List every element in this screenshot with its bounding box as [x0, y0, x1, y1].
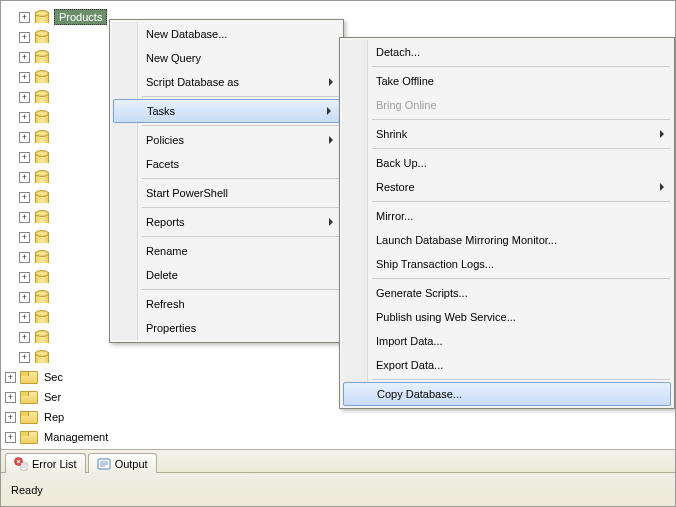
- tab-error-list[interactable]: Error List: [5, 453, 86, 473]
- menu-item-label: Launch Database Mirroring Monitor...: [376, 234, 557, 246]
- database-icon: [34, 270, 50, 284]
- output-icon: [97, 457, 111, 471]
- database-icon: [34, 250, 50, 264]
- database-icon: [34, 330, 50, 344]
- expand-icon[interactable]: [19, 192, 30, 203]
- status-bar: Ready: [1, 473, 675, 506]
- database-icon: [34, 170, 50, 184]
- context-menu-database: New Database...New QueryScript Database …: [109, 19, 344, 343]
- tree-item-label: Products: [54, 9, 107, 25]
- menu-item-new-query[interactable]: New Query: [112, 46, 341, 70]
- expand-icon[interactable]: [19, 172, 30, 183]
- expand-icon[interactable]: [19, 152, 30, 163]
- tree-item-folder[interactable]: Management: [5, 427, 675, 447]
- database-icon: [34, 290, 50, 304]
- expand-icon[interactable]: [19, 12, 30, 23]
- chevron-right-icon: [329, 218, 333, 226]
- expand-icon[interactable]: [19, 272, 30, 283]
- expand-icon[interactable]: [19, 52, 30, 63]
- expand-icon[interactable]: [19, 132, 30, 143]
- menu-separator: [142, 289, 339, 290]
- menu-item-restore[interactable]: Restore: [342, 175, 672, 199]
- menu-item-facets[interactable]: Facets: [112, 152, 341, 176]
- expand-icon[interactable]: [5, 372, 16, 383]
- database-icon: [34, 70, 50, 84]
- menu-item-delete[interactable]: Delete: [112, 263, 341, 287]
- menu-item-rename[interactable]: Rename: [112, 239, 341, 263]
- bottom-tabs-bar: Error List Output: [1, 449, 675, 473]
- expand-icon[interactable]: [19, 332, 30, 343]
- expand-icon[interactable]: [19, 92, 30, 103]
- expand-icon[interactable]: [19, 352, 30, 363]
- database-icon: [34, 350, 50, 364]
- menu-item-label: Shrink: [376, 128, 407, 140]
- chevron-right-icon: [329, 78, 333, 86]
- menu-item-new-database[interactable]: New Database...: [112, 22, 341, 46]
- menu-item-label: Properties: [146, 322, 196, 334]
- menu-item-copy-database[interactable]: Copy Database...: [343, 382, 671, 406]
- menu-item-policies[interactable]: Policies: [112, 128, 341, 152]
- menu-separator: [142, 236, 339, 237]
- menu-item-start-powershell[interactable]: Start PowerShell: [112, 181, 341, 205]
- menu-separator: [142, 178, 339, 179]
- menu-item-label: Mirror...: [376, 210, 413, 222]
- expand-icon[interactable]: [19, 112, 30, 123]
- menu-item-label: New Query: [146, 52, 201, 64]
- expand-icon[interactable]: [19, 72, 30, 83]
- menu-item-tasks[interactable]: Tasks: [113, 99, 340, 123]
- database-icon: [34, 10, 50, 24]
- menu-item-reports[interactable]: Reports: [112, 210, 341, 234]
- menu-item-properties[interactable]: Properties: [112, 316, 341, 340]
- menu-item-label: Facets: [146, 158, 179, 170]
- expand-icon[interactable]: [19, 212, 30, 223]
- expand-icon[interactable]: [19, 292, 30, 303]
- database-icon: [34, 190, 50, 204]
- tab-output[interactable]: Output: [88, 453, 157, 473]
- menu-item-ship-transaction-logs[interactable]: Ship Transaction Logs...: [342, 252, 672, 276]
- menu-item-label: Bring Online: [376, 99, 437, 111]
- chevron-right-icon: [660, 130, 664, 138]
- expand-icon[interactable]: [5, 392, 16, 403]
- expand-icon[interactable]: [19, 252, 30, 263]
- database-icon: [34, 130, 50, 144]
- status-text: Ready: [11, 484, 43, 496]
- menu-item-export-data[interactable]: Export Data...: [342, 353, 672, 377]
- menu-item-generate-scripts[interactable]: Generate Scripts...: [342, 281, 672, 305]
- expand-icon[interactable]: [19, 312, 30, 323]
- menu-item-mirror[interactable]: Mirror...: [342, 204, 672, 228]
- menu-item-label: Detach...: [376, 46, 420, 58]
- expand-icon[interactable]: [5, 412, 16, 423]
- menu-separator: [372, 119, 670, 120]
- menu-separator: [372, 201, 670, 202]
- menu-item-script-database-as[interactable]: Script Database as: [112, 70, 341, 94]
- menu-item-back-up[interactable]: Back Up...: [342, 151, 672, 175]
- menu-item-label: Generate Scripts...: [376, 287, 468, 299]
- menu-item-import-data[interactable]: Import Data...: [342, 329, 672, 353]
- tree-item-folder[interactable]: Rep: [5, 407, 675, 427]
- expand-icon[interactable]: [5, 432, 16, 443]
- expand-icon[interactable]: [19, 32, 30, 43]
- tab-label: Error List: [32, 458, 77, 470]
- database-icon: [34, 230, 50, 244]
- chevron-right-icon: [329, 136, 333, 144]
- database-icon: [34, 110, 50, 124]
- database-icon: [34, 150, 50, 164]
- menu-item-label: Tasks: [147, 105, 175, 117]
- menu-item-publish-using-web-service[interactable]: Publish using Web Service...: [342, 305, 672, 329]
- menu-item-label: Reports: [146, 216, 185, 228]
- expand-icon[interactable]: [19, 232, 30, 243]
- menu-item-shrink[interactable]: Shrink: [342, 122, 672, 146]
- submenu-tasks: Detach...Take OfflineBring OnlineShrinkB…: [339, 37, 675, 409]
- menu-item-label: Publish using Web Service...: [376, 311, 516, 323]
- menu-item-take-offline[interactable]: Take Offline: [342, 69, 672, 93]
- database-icon: [34, 310, 50, 324]
- menu-item-launch-database-mirroring-monitor[interactable]: Launch Database Mirroring Monitor...: [342, 228, 672, 252]
- chevron-right-icon: [327, 107, 331, 115]
- folder-icon: [20, 431, 36, 444]
- menu-item-label: Policies: [146, 134, 184, 146]
- menu-item-label: Restore: [376, 181, 415, 193]
- menu-item-label: Import Data...: [376, 335, 443, 347]
- tree-item-label: Rep: [40, 410, 68, 424]
- menu-item-detach[interactable]: Detach...: [342, 40, 672, 64]
- menu-item-refresh[interactable]: Refresh: [112, 292, 341, 316]
